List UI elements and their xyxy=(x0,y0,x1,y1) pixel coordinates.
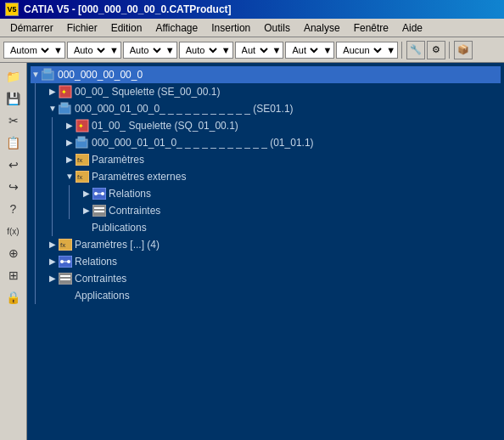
svg-rect-1 xyxy=(44,69,51,73)
tree-icon-product2 xyxy=(75,136,90,149)
sidebar-icon-lock[interactable]: 🔒 xyxy=(3,287,24,307)
menu-fichier[interactable]: Fichier xyxy=(60,20,104,37)
tree-row-p010100[interactable]: ▶ 000_000_01_01_0_ _ _ _ _ _ _ _ _ _ _ (… xyxy=(64,134,501,151)
expand-root[interactable]: ▼ xyxy=(31,70,41,80)
expand-rel2[interactable]: ▶ xyxy=(48,257,58,267)
expand-rel1[interactable]: ▶ xyxy=(81,189,92,199)
expand-se01[interactable]: ▼ xyxy=(48,104,58,114)
tree-icon-root xyxy=(41,68,56,82)
dropdown-auto1[interactable]: Auto ▼ xyxy=(67,42,121,59)
tree-view: ▼ 000_000_00_00_0 ▶ ✦ xyxy=(27,63,504,440)
sidebar-icon-paste[interactable]: 📋 xyxy=(3,133,24,153)
svg-rect-29 xyxy=(60,279,70,280)
sidebar-icon-folder[interactable]: 📁 xyxy=(3,66,24,87)
svg-rect-20 xyxy=(94,211,104,212)
left-sidebar: 📁 💾 ✂ 📋 ↩ ↪ ? f(x) ⊕ ⊞ 🔒 xyxy=(0,63,27,440)
tree-row-param2[interactable]: ▶ fx Paramètres [...] (4) xyxy=(48,236,501,253)
menu-demarrer[interactable]: Démarrer xyxy=(3,20,60,37)
menu-affichage[interactable]: Affichage xyxy=(148,20,204,37)
tree-icon-pub1 xyxy=(75,221,90,234)
label-paramext: Paramètres externes xyxy=(92,169,186,184)
label-pub1: Publications xyxy=(92,220,147,235)
tree-row-rel2[interactable]: ▶ Relations xyxy=(48,253,501,270)
svg-text:✦: ✦ xyxy=(61,88,67,96)
dropdown-auto2[interactable]: Auto ▼ xyxy=(123,42,177,59)
menu-bar: Démarrer Fichier Edition Affichage Inser… xyxy=(0,19,504,37)
tree-row-app1[interactable]: ▶ Applications xyxy=(48,287,501,304)
svg-text:fx: fx xyxy=(60,241,65,249)
menu-analyse[interactable]: Analyse xyxy=(297,20,347,37)
tree-icon-rel2 xyxy=(58,255,73,268)
tree-icon-app1 xyxy=(58,289,73,302)
menu-insertion[interactable]: Insertion xyxy=(204,20,257,37)
title-bar: V5 CATIA V5 - [000_000_00_00_0.CATProduc… xyxy=(0,0,504,19)
sidebar-icon-circle[interactable]: ⊕ xyxy=(3,243,24,263)
label-param2: Paramètres [...] (4) xyxy=(75,237,160,252)
sidebar-icon-formula[interactable]: f(x) xyxy=(3,221,24,241)
sidebar-icon-save[interactable]: 💾 xyxy=(3,88,24,109)
toolbar-sep2 xyxy=(449,42,451,59)
toolbar-btn-1[interactable]: 🔧 xyxy=(406,41,425,59)
sidebar-icon-cut[interactable]: ✂ xyxy=(3,110,24,131)
expand-param1[interactable]: ▶ xyxy=(64,155,75,165)
title-text: CATIA V5 - [000_000_00_00_0.CATProduct] xyxy=(24,3,232,15)
label-rel1: Relations xyxy=(109,186,151,201)
label-rel2: Relations xyxy=(75,254,117,269)
menu-fenetre[interactable]: Fenêtre xyxy=(347,20,395,37)
svg-text:fx: fx xyxy=(77,173,82,181)
dropdown-aucun[interactable]: Aucun ▼ xyxy=(336,42,398,59)
sidebar-icon-help[interactable]: ? xyxy=(3,199,24,219)
tree-row-pub1[interactable]: ▶ Publications xyxy=(64,219,501,236)
tree-row-ctr2[interactable]: ▶ Contraintes xyxy=(48,270,501,287)
toolbar-btn-3[interactable]: 📦 xyxy=(454,41,473,59)
toolbar-btn-2[interactable]: ⚙ xyxy=(427,41,445,59)
label-se01: 000_000_01_00_0_ _ _ _ _ _ _ _ _ _ _ (SE… xyxy=(75,101,294,116)
svg-rect-19 xyxy=(94,207,104,209)
label-app1: Applications xyxy=(75,288,130,303)
tree-icon-product1 xyxy=(58,102,73,116)
tree-row-rel1[interactable]: ▶ Relations xyxy=(81,185,501,202)
label-ctr2: Contraintes xyxy=(75,271,126,286)
label-root: 000_000_00_00_0 xyxy=(58,67,143,82)
tree-row-ctr1[interactable]: ▶ Contraintes xyxy=(81,202,501,219)
tree-icon-squelette2: ✦ xyxy=(75,119,90,133)
expand-param2[interactable]: ▶ xyxy=(48,240,58,250)
sidebar-icon-grid[interactable]: ⊞ xyxy=(3,265,24,285)
tree-icon-ctr1 xyxy=(92,204,107,217)
svg-rect-5 xyxy=(61,103,68,107)
expand-ctr1[interactable]: ▶ xyxy=(81,206,92,216)
expand-ctr2[interactable]: ▶ xyxy=(48,274,58,284)
label-param1: Paramètres xyxy=(92,152,144,167)
svg-text:✦: ✦ xyxy=(78,122,84,130)
svg-rect-28 xyxy=(60,275,70,277)
tree-root-node: ▼ 000_000_00_00_0 ▶ ✦ xyxy=(31,66,501,304)
dropdown-auto3[interactable]: Auto ▼ xyxy=(179,42,233,59)
dropdown-aut2[interactable]: Aut ▼ xyxy=(285,42,334,59)
tree-row-paramext[interactable]: ▼ fx Paramètres externes xyxy=(64,168,501,185)
app-icon: V5 xyxy=(5,3,19,16)
tree-row-se0001[interactable]: ▶ ✦ 00_00_ Squelette (SE_00_00.1) xyxy=(48,83,501,100)
tree-row-param1[interactable]: ▶ fx Paramètres xyxy=(64,151,501,168)
dropdown-autom[interactable]: Autom ▼ xyxy=(3,42,65,59)
tree-icon-rel1 xyxy=(92,187,107,200)
svg-text:fx: fx xyxy=(77,156,82,164)
tree-row-sq0100[interactable]: ▶ ✦ 01_00_ Squelette (SQ_01_00.1) xyxy=(64,117,501,134)
menu-aide[interactable]: Aide xyxy=(395,20,429,37)
tree-row-se01[interactable]: ▼ 000_000_01_00_0_ _ _ _ _ _ _ _ _ _ _ (… xyxy=(48,100,501,117)
expand-se0001[interactable]: ▶ xyxy=(48,87,58,97)
expand-p010100[interactable]: ▶ xyxy=(64,138,75,148)
svg-rect-9 xyxy=(78,137,85,141)
tree-icon-ctr2 xyxy=(58,272,73,285)
menu-outils[interactable]: Outils xyxy=(257,20,297,37)
label-ctr1: Contraintes xyxy=(109,203,160,218)
toolbar-sep1 xyxy=(401,42,403,59)
sidebar-icon-undo[interactable]: ↩ xyxy=(3,155,24,175)
menu-edition[interactable]: Edition xyxy=(104,20,149,37)
expand-sq0100[interactable]: ▶ xyxy=(64,121,75,131)
tree-row-root[interactable]: ▼ 000_000_00_00_0 xyxy=(31,66,501,83)
dropdown-aut1[interactable]: Aut ▼ xyxy=(235,42,284,59)
expand-paramext[interactable]: ▼ xyxy=(64,172,75,182)
sidebar-icon-redo[interactable]: ↪ xyxy=(3,177,24,197)
label-sq0100: 01_00_ Squelette (SQ_01_00.1) xyxy=(92,118,238,133)
tree-icon-param1: fx xyxy=(75,153,90,166)
